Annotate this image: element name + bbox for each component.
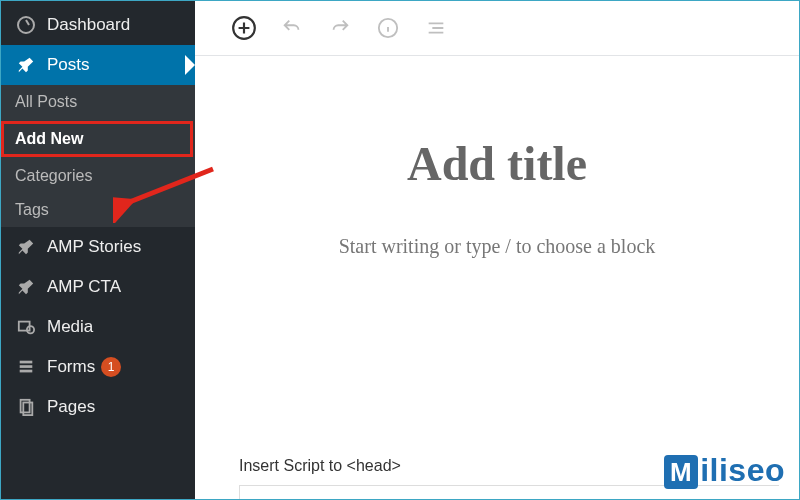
forms-icon: [15, 358, 37, 376]
submenu-add-new[interactable]: Add New: [1, 121, 193, 157]
sidebar-item-pages[interactable]: Pages: [1, 387, 195, 427]
svg-rect-5: [20, 370, 33, 373]
sidebar-label: Pages: [47, 397, 95, 417]
redo-button[interactable]: [327, 15, 353, 41]
info-button[interactable]: [375, 15, 401, 41]
post-body-input[interactable]: Start writing or type / to choose a bloc…: [195, 235, 799, 258]
submenu-categories[interactable]: Categories: [1, 159, 195, 193]
post-title-input[interactable]: Add title: [195, 136, 799, 191]
forms-badge: 1: [101, 357, 121, 377]
sidebar-item-amp-stories[interactable]: AMP Stories: [1, 227, 195, 267]
editor-toolbar: [195, 1, 799, 56]
pin-icon: [15, 278, 37, 296]
admin-sidebar: Dashboard Posts All Posts Add New Catego…: [1, 1, 195, 499]
sidebar-item-amp-cta[interactable]: AMP CTA: [1, 267, 195, 307]
outline-button[interactable]: [423, 15, 449, 41]
sidebar-label: AMP CTA: [47, 277, 121, 297]
sidebar-label: AMP Stories: [47, 237, 141, 257]
watermark: Miliseo: [664, 452, 785, 490]
sidebar-label: Dashboard: [47, 15, 130, 35]
watermark-text: iliseo: [700, 452, 785, 488]
media-icon: [15, 318, 37, 336]
sidebar-item-dashboard[interactable]: Dashboard: [1, 5, 195, 45]
sidebar-item-posts[interactable]: Posts: [1, 45, 195, 85]
sidebar-label: Media: [47, 317, 93, 337]
posts-submenu: All Posts Add New Categories Tags: [1, 85, 195, 227]
submenu-all-posts[interactable]: All Posts: [1, 85, 195, 119]
svg-point-0: [18, 17, 34, 33]
add-block-button[interactable]: [231, 15, 257, 41]
svg-rect-4: [20, 365, 33, 368]
pin-icon: [15, 56, 37, 74]
block-editor[interactable]: Add title Start writing or type / to cho…: [195, 56, 799, 457]
undo-button[interactable]: [279, 15, 305, 41]
sidebar-label: Posts: [47, 55, 90, 75]
editor-main: Add title Start writing or type / to cho…: [195, 1, 799, 499]
sidebar-item-forms[interactable]: Forms 1: [1, 347, 195, 387]
watermark-logo: M: [664, 455, 698, 489]
submenu-tags[interactable]: Tags: [1, 193, 195, 227]
pin-icon: [15, 238, 37, 256]
pages-icon: [15, 398, 37, 416]
sidebar-item-media[interactable]: Media: [1, 307, 195, 347]
dashboard-icon: [15, 15, 37, 35]
svg-rect-3: [20, 361, 33, 364]
sidebar-label: Forms: [47, 357, 95, 377]
